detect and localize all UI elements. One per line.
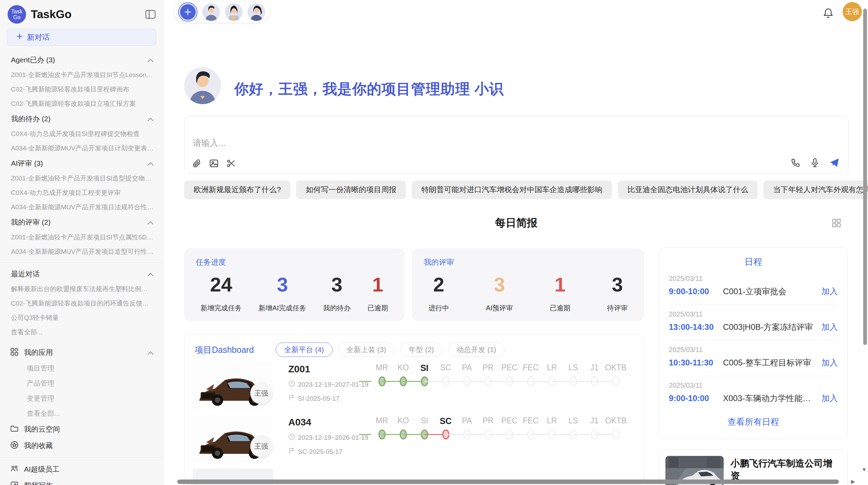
suggestion-chip[interactable]: 当下年轻人对汽车外观有怎样的喜好趋势	[763, 181, 868, 199]
chevron-up-icon[interactable]	[147, 115, 154, 123]
sidebar-item-my-apps[interactable]: 我的应用	[0, 344, 163, 361]
stat-label: 待评审	[607, 303, 628, 313]
schedule-time: 9:00-10:00	[669, 287, 723, 296]
sidebar-item[interactable]: C02-飞腾新能源轻客改款项目的闭环通告反馈情况	[0, 296, 163, 311]
sidebar-item-ai-super-staff[interactable]: AI超级员工	[0, 461, 163, 477]
chevron-up-icon[interactable]	[147, 159, 154, 167]
microphone-icon[interactable]	[810, 158, 820, 168]
sidebar-section-header[interactable]: 我的评审 (2)	[0, 214, 163, 230]
sidebar-item[interactable]: 公司Q3轻卡销量	[0, 311, 163, 325]
suggestion-chips: 欧洲新规最近颁布了什么?如何写一份清晰的项目周报特朗普可能对进口汽车增税会对中国…	[184, 181, 848, 199]
panel-collapse-icon[interactable]	[145, 10, 156, 19]
view-all-schedule-link[interactable]: 查看所有日程	[669, 411, 838, 432]
stat: 3待评审	[607, 273, 628, 313]
horizontal-scrollbar[interactable]	[177, 480, 839, 484]
dashboard-tab[interactable]: 年型 (2)	[400, 343, 443, 357]
stat-label: AI预评审	[486, 303, 513, 313]
suggestion-chip[interactable]: 比亚迪全固态电池计划具体说了什么	[618, 181, 758, 199]
chevron-up-icon[interactable]	[147, 218, 154, 226]
user-avatar[interactable]: 王强	[843, 2, 862, 21]
sidebar-item[interactable]: C02-飞腾新能源轻客改款项目立项汇报方案	[0, 97, 163, 111]
send-icon[interactable]	[829, 157, 840, 168]
add-agent-button[interactable]	[178, 2, 197, 22]
sidebar-item[interactable]: Z001-全新燃油轻卡产品开发项目SI节点属性5D文件评审	[0, 230, 163, 245]
sidebar-section-header[interactable]: Agent已办 (3)	[0, 52, 163, 68]
milestone-label: FEC	[520, 416, 541, 426]
layout-grid-icon[interactable]	[831, 218, 842, 229]
cloud-space-label: 我的云空间	[24, 424, 154, 434]
dashboard-tab[interactable]: 全新平台 (4)	[276, 343, 333, 357]
schedule-item: 2025/03/119:00-10:00C001-立项审批会加入	[669, 269, 838, 305]
milestone-label: SI	[414, 363, 435, 373]
project-row[interactable]: 王强Z0012023-12-19~2027-01-19SI-2025-05-17…	[184, 360, 643, 413]
join-link[interactable]: 加入	[821, 357, 838, 368]
stat: 3我的待办	[323, 273, 351, 313]
my-apps-subitem[interactable]: 产品管理	[0, 376, 163, 391]
my-apps-subitem[interactable]: 项目管理	[0, 361, 163, 376]
sidebar-item[interactable]: 查看全部...	[0, 325, 163, 339]
sidebar-item[interactable]: A034-全新新能源MUV产品开发项目造型可行性评审	[0, 245, 163, 259]
sidebar-item[interactable]: Z001-全新燃油轻卡产品开发项目SI造型提交物评审	[0, 171, 163, 186]
phone-icon[interactable]	[791, 158, 801, 168]
milestone-label: PEC	[499, 416, 520, 426]
chevron-up-icon[interactable]	[147, 56, 154, 64]
join-link[interactable]: 加入	[821, 322, 838, 333]
my-apps-subitem[interactable]: 变更管理	[0, 391, 163, 406]
sidebar-item[interactable]: 解释最新出台的欧盟报废车法规再生塑料比例被调至15%...	[0, 282, 163, 296]
scroll-right-arrow[interactable]: ▶	[851, 478, 855, 485]
greeting-text: 你好，王强，我是你的项目管理助理 小识	[234, 79, 504, 99]
paperclip-icon[interactable]	[192, 159, 202, 168]
chevron-up-icon[interactable]	[147, 270, 154, 278]
sidebar-item-favorites[interactable]: 我的收藏	[0, 437, 163, 454]
vertical-scrollbar[interactable]	[863, 9, 867, 345]
sidebar-section-header[interactable]: 我的待办 (2)	[0, 111, 163, 127]
daily-brief-title: 每日简报	[184, 216, 848, 230]
schedule-date: 2025/03/11	[669, 275, 838, 283]
schedule-item: 2025/03/1110:30-11:30C005-整车工程目标评审加入	[669, 340, 838, 376]
agent-switcher	[174, 1, 270, 23]
project-dates-text: 2023-12-19~2027-01-19	[298, 381, 368, 388]
sidebar-item-help-me-write[interactable]: 帮我写作	[0, 477, 163, 485]
dashboard-tab[interactable]: 动总开发 (1)	[448, 343, 505, 357]
suggestion-chip[interactable]: 欧洲新规最近颁布了什么?	[184, 181, 290, 199]
milestone-line	[359, 434, 371, 435]
project-owner-badge: 王强	[250, 435, 272, 457]
suggestion-chip[interactable]: 如何写一份清晰的项目周报	[296, 181, 406, 199]
agent-avatar-3[interactable]	[248, 3, 265, 21]
scroll-down-arrow[interactable]: ▼	[861, 467, 867, 472]
suggestion-chip[interactable]: 特朗普可能对进口汽车增税会对中国车企造成哪些影响	[412, 181, 612, 199]
project-info: A0342023-12-19~2026-01-19SC-2025-05-17	[273, 415, 359, 467]
schedule-row: 9:00-10:00C001-立项审批会加入	[669, 286, 838, 297]
sidebar-section-label: 我的评审 (2)	[11, 217, 51, 227]
sidebar-item[interactable]: C0X4-动力总成开发项目SI里程碑提交物检查	[0, 127, 163, 141]
dashboard-tab[interactable]: 全新上装 (3)	[338, 343, 395, 357]
schedule-items: 2025/03/119:00-10:00C001-立项审批会加入2025/03/…	[669, 269, 838, 411]
sidebar-item[interactable]: C0X4-动力总成开发项目工程变更评审	[0, 186, 163, 200]
milestone-label: OKTB	[605, 363, 626, 373]
join-link[interactable]: 加入	[821, 286, 838, 297]
news-title: 小鹏飞行汽车制造公司增资	[731, 457, 841, 482]
agent-avatar-1[interactable]	[202, 3, 220, 21]
sidebar-item[interactable]: A034-全新新能源MUV产品开发项目计划变更表编写	[0, 141, 163, 156]
sidebar-item[interactable]: C02-飞腾新能源轻客改款项目里程碑画布	[0, 82, 163, 97]
chevron-up-icon[interactable]	[147, 348, 154, 357]
milestone-label: FEC	[520, 363, 541, 373]
sidebar-item[interactable]: A034-全新新能源MUV产品开发项目法规符合性评审	[0, 200, 163, 214]
sidebar-item-cloud-space[interactable]: 我的云空间	[0, 421, 163, 437]
bell-icon[interactable]	[823, 8, 834, 21]
scissors-icon[interactable]	[226, 159, 236, 168]
project-row[interactable]: 王强A0342023-12-19~2026-01-19SC-2025-05-17…	[184, 413, 643, 467]
agent-avatar-2[interactable]	[225, 3, 243, 21]
project-rows: 王强Z0012023-12-19~2027-01-19SI-2025-05-17…	[184, 360, 643, 467]
sidebar-task-sections: Agent已办 (3)Z001-全新燃油皮卡产品开发项目SI节点Lesson L…	[0, 52, 163, 259]
new-chat-button[interactable]: 新对话	[7, 29, 156, 46]
join-link[interactable]: 加入	[821, 393, 838, 404]
my-apps-subitem[interactable]: 查看全部...	[0, 406, 163, 421]
image-icon[interactable]	[209, 159, 219, 168]
chat-input[interactable]: 请输入...	[184, 116, 848, 173]
sidebar-item[interactable]: Z001-全新燃油皮卡产品开发项目SI节点Lesson Learn报告	[0, 68, 163, 82]
milestone-dots	[359, 430, 643, 439]
sidebar-section-header[interactable]: AI评审 (3)	[0, 156, 163, 171]
sidebar-recent-header[interactable]: 最近对话	[0, 266, 163, 282]
sidebar-tool-label: AI超级员工	[24, 464, 154, 474]
